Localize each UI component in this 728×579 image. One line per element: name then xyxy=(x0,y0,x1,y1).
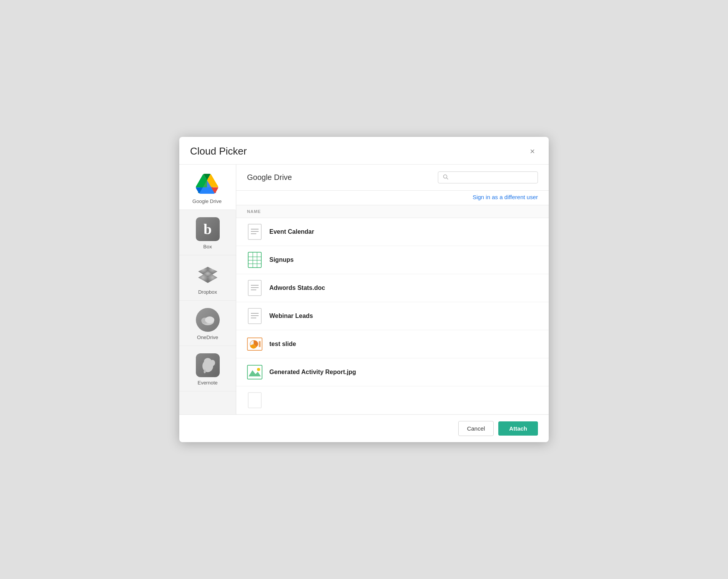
search-box[interactable] xyxy=(438,171,538,183)
sign-in-link-row: Sign in as a different user xyxy=(236,191,549,205)
dialog-footer: Cancel Attach xyxy=(179,414,549,442)
file-list: Event Calendar xyxy=(236,218,549,414)
sidebar: Google Drive b Box xyxy=(179,165,236,414)
file-name: Webinar Leads xyxy=(269,313,313,319)
svg-rect-34 xyxy=(248,308,261,324)
dialog-header: Cloud Picker × xyxy=(179,137,549,165)
sidebar-item-evernote[interactable]: Evernote xyxy=(179,346,236,391)
column-name-header: NAME xyxy=(247,209,261,214)
file-name: Event Calendar xyxy=(269,228,314,235)
file-row[interactable]: Adwords Stats.doc xyxy=(236,274,549,302)
service-title: Google Drive xyxy=(247,173,292,182)
file-row[interactable]: test slide xyxy=(236,330,549,358)
file-row[interactable]: Signups xyxy=(236,246,549,274)
svg-line-19 xyxy=(447,178,448,180)
sidebar-label-onedrive: OneDrive xyxy=(197,334,218,340)
search-icon xyxy=(443,174,448,181)
main-header: Google Drive xyxy=(236,165,549,191)
svg-rect-20 xyxy=(248,224,261,240)
file-row[interactable]: Event Calendar xyxy=(236,218,549,246)
sidebar-label-dropbox: Dropbox xyxy=(198,289,217,295)
svg-rect-41 xyxy=(247,365,262,379)
file-row[interactable]: Webinar Leads xyxy=(236,302,549,330)
evernote-icon xyxy=(195,353,220,378)
svg-point-17 xyxy=(210,360,215,366)
attach-button[interactable]: Attach xyxy=(498,421,538,436)
file-icon-sheet xyxy=(247,252,262,268)
sidebar-label-evernote: Evernote xyxy=(197,380,217,386)
svg-point-14 xyxy=(205,316,214,323)
sidebar-label-google-drive: Google Drive xyxy=(192,198,222,204)
file-list-header: NAME xyxy=(236,205,549,218)
google-drive-icon xyxy=(195,171,219,196)
svg-rect-24 xyxy=(248,252,261,268)
sign-in-link[interactable]: Sign in as a different user xyxy=(473,194,538,200)
box-icon: b xyxy=(195,217,220,241)
sidebar-item-onedrive[interactable]: OneDrive xyxy=(179,301,236,346)
file-name: Generated Activity Report.jpg xyxy=(269,369,356,376)
sidebar-item-box[interactable]: b Box xyxy=(179,210,236,255)
file-row[interactable] xyxy=(236,386,549,414)
file-name: test slide xyxy=(269,341,296,348)
box-letter: b xyxy=(204,222,212,236)
sidebar-item-dropbox[interactable]: Dropbox xyxy=(179,255,236,301)
cancel-button[interactable]: Cancel xyxy=(458,421,494,436)
file-icon-doc xyxy=(247,308,262,324)
close-button[interactable]: × xyxy=(527,146,538,157)
search-input[interactable] xyxy=(451,175,533,181)
dialog-title: Cloud Picker xyxy=(190,145,247,157)
file-row[interactable]: Generated Activity Report.jpg xyxy=(236,358,549,386)
file-name: Adwords Stats.doc xyxy=(269,285,325,291)
svg-rect-44 xyxy=(248,393,261,408)
sidebar-item-google-drive[interactable]: Google Drive xyxy=(179,165,236,210)
file-icon-doc xyxy=(247,393,262,408)
file-icon-doc xyxy=(247,224,262,240)
file-icon-image xyxy=(247,364,262,380)
file-icon-doc xyxy=(247,280,262,296)
dropbox-icon xyxy=(195,262,220,287)
svg-rect-40 xyxy=(259,341,260,347)
main-content: Google Drive Sign in as a different user xyxy=(236,165,549,414)
onedrive-icon xyxy=(195,308,220,332)
dialog-body: Google Drive b Box xyxy=(179,165,549,414)
file-name: Signups xyxy=(269,256,294,263)
sidebar-label-box: Box xyxy=(203,244,212,250)
cloud-picker-dialog: Cloud Picker × xyxy=(179,137,549,442)
svg-point-43 xyxy=(257,368,260,371)
svg-rect-30 xyxy=(248,280,261,296)
file-icon-slide xyxy=(247,336,262,352)
